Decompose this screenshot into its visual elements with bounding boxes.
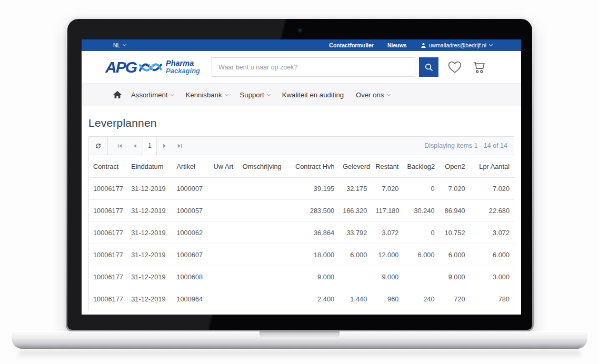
column-header-einddatum[interactable]: Einddatum xyxy=(127,155,172,178)
language-label: NL xyxy=(113,42,120,48)
chevron-down-icon xyxy=(225,92,228,96)
news-link[interactable]: Nieuws xyxy=(387,42,407,48)
table-cell: 31-12-2019 xyxy=(127,266,172,288)
search-input[interactable] xyxy=(212,57,415,77)
table-cell: 1000007 xyxy=(172,178,209,200)
language-selector[interactable]: NL xyxy=(113,42,126,48)
nav-item-label: Kwaliteit en auditing xyxy=(282,91,344,99)
table-cell: 7.020 xyxy=(439,178,470,200)
table-cell: 7.020 xyxy=(470,178,514,200)
table-cell: 1000057 xyxy=(172,200,209,222)
nav-item-support[interactable]: Support xyxy=(240,91,270,99)
search-button[interactable] xyxy=(419,57,438,77)
wishlist-button[interactable] xyxy=(448,61,462,74)
nav-item-kwaliteit-en-auditing[interactable]: Kwaliteit en auditing xyxy=(282,91,344,99)
table-cell: 36.864 xyxy=(291,222,338,244)
column-header-restant[interactable]: Restant xyxy=(371,155,403,178)
table-cell: 3.000 xyxy=(470,266,514,288)
table-cell: 31-12-2019 xyxy=(127,244,172,266)
table-cell: 117.180 xyxy=(371,200,403,222)
contact-form-link[interactable]: Contactformulier xyxy=(329,42,374,48)
column-header-open2[interactable]: Open2 xyxy=(439,155,470,178)
table-row[interactable]: 1000617731-12-2019100000739.19532.1757.0… xyxy=(89,178,514,200)
chevron-down-icon xyxy=(489,43,493,46)
logo-tagline-top: Pharma xyxy=(166,59,200,67)
table-row[interactable]: 1000617731-12-201910009642.4001.44096024… xyxy=(89,288,514,310)
table-cell: 33.792 xyxy=(338,222,371,244)
top-utility-bar: NL Contactformulier Nieuws uwmailadres@b… xyxy=(82,39,521,51)
logo-tagline-bottom: Packaging xyxy=(166,67,200,74)
table-row[interactable]: 1000617731-12-20191000057283.500166.3201… xyxy=(89,200,514,222)
cart-button[interactable] xyxy=(472,61,486,74)
last-page-icon xyxy=(177,143,183,149)
dna-helix-icon xyxy=(138,59,163,75)
table-cell xyxy=(338,266,371,288)
table-cell: 780 xyxy=(470,288,514,310)
table-cell: 31-12-2019 xyxy=(127,178,172,200)
table-cell xyxy=(238,178,291,200)
leverplannen-grid: 1 xyxy=(88,136,514,310)
company-logo[interactable]: APG Pharma Packaging xyxy=(105,59,200,75)
nav-home[interactable] xyxy=(113,91,122,98)
account-menu[interactable]: uwmailadres@bedrijf.nl xyxy=(421,42,492,48)
nav-item-over-ons[interactable]: Over ons xyxy=(356,91,390,99)
table-cell xyxy=(238,244,291,266)
chevron-down-icon xyxy=(387,92,391,96)
account-email: uwmailadres@bedrijf.nl xyxy=(429,42,486,48)
laptop-lid-notch xyxy=(259,331,340,339)
table-cell: 720 xyxy=(439,288,470,310)
column-header-artikel[interactable]: Artikel xyxy=(172,155,209,178)
nav-item-kennisbank[interactable]: Kennisbank xyxy=(186,91,228,99)
column-header-contract-hvh[interactable]: Contract Hvh xyxy=(291,155,338,178)
table-cell: 39.195 xyxy=(291,178,338,200)
table-cell: 10006177 xyxy=(89,288,127,310)
search-bar xyxy=(212,57,438,77)
table-cell: 1000964 xyxy=(172,288,209,310)
table-cell: 10006177 xyxy=(89,244,127,266)
pager-previous-button[interactable] xyxy=(127,137,143,155)
table-row[interactable]: 1000617731-12-2019100006236.86433.7923.0… xyxy=(89,222,514,244)
table-cell: 1000608 xyxy=(172,266,209,288)
table-cell: 12.000 xyxy=(371,244,403,266)
table-cell: 283.500 xyxy=(291,200,338,222)
grid-status-text: Displaying items 1 - 14 of 14 xyxy=(424,137,514,155)
table-row[interactable]: 1000617731-12-2019100060718.0006.00012.0… xyxy=(89,244,514,266)
table-cell: 1000607 xyxy=(172,244,209,266)
pager-first-button[interactable] xyxy=(112,137,127,155)
nav-item-label: Assortiment xyxy=(131,91,168,99)
pager-next-button[interactable] xyxy=(157,137,172,155)
pager-last-button[interactable] xyxy=(172,137,187,155)
pager: 1 xyxy=(112,137,187,155)
column-header-lpr-aantal[interactable]: Lpr Aantal xyxy=(470,155,514,178)
pager-current-page[interactable]: 1 xyxy=(143,137,157,155)
nav-item-assortiment[interactable]: Assortiment xyxy=(131,91,174,99)
nav-item-label: Support xyxy=(240,91,264,99)
column-header-geleverd[interactable]: Geleverd xyxy=(338,155,371,178)
refresh-button[interactable] xyxy=(89,137,108,155)
column-header-omschrijving[interactable]: Omschrijving xyxy=(238,155,291,178)
column-header-backlog2[interactable]: Backlog2 xyxy=(403,155,438,178)
page-content: Leverplannen xyxy=(82,117,521,310)
leverplannen-table: Contract Einddatum Artikel Uw Art Omschr… xyxy=(89,155,514,310)
table-cell: 0 xyxy=(403,222,438,244)
page: NL Contactformulier Nieuws uwmailadres@b… xyxy=(0,0,599,364)
chevron-down-icon xyxy=(171,92,174,96)
browser-viewport: NL Contactformulier Nieuws uwmailadres@b… xyxy=(82,39,521,315)
table-cell: 10006177 xyxy=(89,200,127,222)
table-cell: 31-12-2019 xyxy=(127,222,172,244)
column-header-uw-art[interactable]: Uw Art xyxy=(209,155,238,178)
table-cell: 7.020 xyxy=(371,178,403,200)
table-cell: 1.440 xyxy=(338,288,371,310)
table-row[interactable]: 1000617731-12-201910006089.0009.0009.000… xyxy=(89,266,514,288)
table-cell: 1000062 xyxy=(172,222,209,244)
laptop-bezel: NL Contactformulier Nieuws uwmailadres@b… xyxy=(67,19,532,330)
table-cell xyxy=(209,200,238,222)
column-header-contract[interactable]: Contract xyxy=(89,155,127,178)
table-cell: 10006177 xyxy=(89,266,127,288)
main-navigation: Assortiment Kennisbank Support Kwaliteit… xyxy=(82,83,521,106)
table-cell: 31-12-2019 xyxy=(127,200,172,222)
nav-item-label: Over ons xyxy=(356,91,384,99)
first-page-icon xyxy=(117,143,123,149)
laptop-reflection xyxy=(18,350,581,361)
page-title: Leverplannen xyxy=(88,117,514,129)
